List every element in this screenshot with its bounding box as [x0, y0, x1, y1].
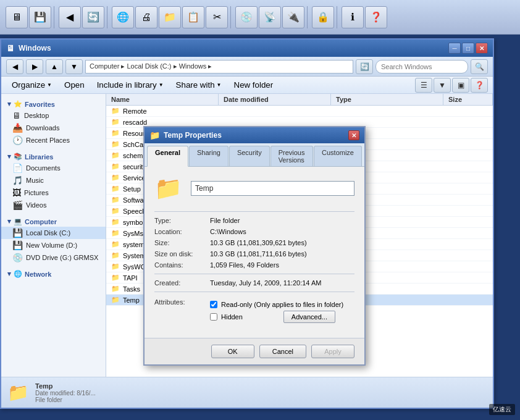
toolbar-btn-info[interactable]: ℹ	[342, 6, 364, 28]
toolbar-btn-print[interactable]: 🖨	[135, 6, 157, 28]
prop-contains: Contains: 1,059 Files, 49 Folders	[154, 261, 354, 269]
cancel-button[interactable]: Cancel	[259, 345, 306, 358]
big-folder-icon: 📁	[154, 175, 182, 201]
hidden-checkbox-row: Hidden Advanced...	[210, 311, 343, 323]
toolbar-sep-2	[107, 6, 109, 28]
hidden-label: Hidden	[221, 313, 243, 321]
dialog-divider-3	[154, 292, 354, 292]
dialog-title-bar: 📁 Temp Properties ✕	[145, 127, 364, 143]
dialog-divider-1	[154, 211, 354, 212]
created-label: Created:	[154, 279, 210, 287]
attributes-checkboxes: Read-only (Only applies to files in fold…	[210, 298, 343, 326]
location-value: C:\Windows	[210, 228, 354, 235]
size-on-disk-value: 10.3 GB (11,081,711,616 bytes)	[210, 250, 354, 258]
toolbar-btn-refresh[interactable]: 🔄	[82, 6, 104, 28]
folder-header: 📁	[154, 175, 354, 201]
readonly-checkbox-row: Read-only (Only applies to files in fold…	[210, 301, 343, 308]
toolbar-btn-save[interactable]: 💾	[29, 6, 51, 28]
toolbar-btn-connect[interactable]: 📡	[259, 6, 281, 28]
prop-size: Size: 10.3 GB (11,081,309,621 bytes)	[154, 239, 354, 246]
size-value: 10.3 GB (11,081,309,621 bytes)	[210, 239, 354, 246]
folder-name-input[interactable]	[191, 181, 354, 196]
size-on-disk-label: Size on disk:	[154, 250, 210, 258]
tab-sharing[interactable]: Sharing	[189, 146, 229, 166]
toolbar-sep-4	[307, 6, 309, 28]
attributes-label: Attributes:	[154, 298, 210, 326]
prop-created: Created: Tuesday, July 14, 2009, 11:20:1…	[154, 279, 354, 287]
ok-button[interactable]: OK	[211, 345, 254, 358]
location-label: Location:	[154, 228, 210, 235]
toolbar-btn-cut[interactable]: ✂	[206, 6, 228, 28]
readonly-checkbox[interactable]	[210, 301, 217, 308]
type-label: Type:	[154, 217, 210, 224]
dialog-footer: OK Cancel Apply	[145, 338, 364, 364]
dialog-title-icon: 📁	[149, 130, 160, 140]
toolbar-btn-monitor[interactable]: 🖥	[6, 6, 28, 28]
dialog-close-button[interactable]: ✕	[348, 130, 359, 140]
toolbar-btn-help[interactable]: ❓	[365, 6, 387, 28]
advanced-button[interactable]: Advanced...	[283, 311, 335, 323]
tab-customize[interactable]: Customize	[314, 146, 362, 166]
toolbar-btn-copy[interactable]: 📋	[182, 6, 204, 28]
contains-value: 1,059 Files, 49 Folders	[210, 261, 354, 269]
properties-list: Type: File folder Location: C:\Windows S…	[154, 217, 354, 269]
toolbar-sep-5	[337, 6, 339, 28]
dialog-tabs: General Sharing Security Previous Versio…	[145, 143, 364, 167]
attributes-row: Attributes: Read-only (Only applies to f…	[154, 298, 354, 326]
tab-security[interactable]: Security	[229, 146, 270, 166]
watermark: 亿速云	[489, 404, 515, 415]
explorer-window: 🖥 Windows ─ □ ✕ ◀ ▶ ▲ ▼ Computer ▸ Local…	[0, 38, 494, 409]
dialog-overlay: 📁 Temp Properties ✕ General Sharing Secu…	[1, 40, 493, 408]
contains-label: Contains:	[154, 261, 210, 269]
dialog-title-text: Temp Properties	[164, 131, 222, 140]
apply-button[interactable]: Apply	[311, 345, 354, 358]
toolbar-btn-network[interactable]: 🌐	[112, 6, 134, 28]
dialog-body: 📁 Type: File folder Location: C:\Windows	[145, 167, 364, 338]
toolbar-btn-disconnect[interactable]: 🔌	[282, 6, 304, 28]
temp-properties-dialog: 📁 Temp Properties ✕ General Sharing Secu…	[143, 126, 366, 366]
toolbar-btn-back[interactable]: ◀	[59, 6, 81, 28]
attributes-section: Attributes: Read-only (Only applies to f…	[154, 298, 354, 326]
toolbar-btn-disk[interactable]: 💿	[235, 6, 258, 28]
toolbar-btn-folder[interactable]: 📁	[159, 6, 181, 28]
toolbar-btn-lock[interactable]: 🔒	[312, 6, 334, 28]
dialog-divider-2	[154, 274, 354, 274]
created-value: Tuesday, July 14, 2009, 11:20:14 AM	[210, 279, 354, 287]
prop-location: Location: C:\Windows	[154, 228, 354, 235]
tab-general[interactable]: General	[147, 146, 188, 167]
toolbar-sep-3	[230, 6, 233, 28]
type-value: File folder	[210, 217, 354, 224]
main-toolbar: 🖥 💾 ◀ 🔄 🌐 🖨 📁 📋 ✂ 💿 📡 🔌 🔒 ℹ ❓	[0, 0, 520, 35]
size-label: Size:	[154, 239, 210, 246]
hidden-checkbox[interactable]	[210, 313, 217, 321]
prop-size-on-disk: Size on disk: 10.3 GB (11,081,711,616 by…	[154, 250, 354, 258]
tab-previous-versions[interactable]: Previous Versions	[270, 146, 313, 166]
readonly-label: Read-only (Only applies to files in fold…	[221, 301, 343, 308]
toolbar-sep-1	[54, 6, 56, 28]
prop-type: Type: File folder	[154, 217, 354, 224]
